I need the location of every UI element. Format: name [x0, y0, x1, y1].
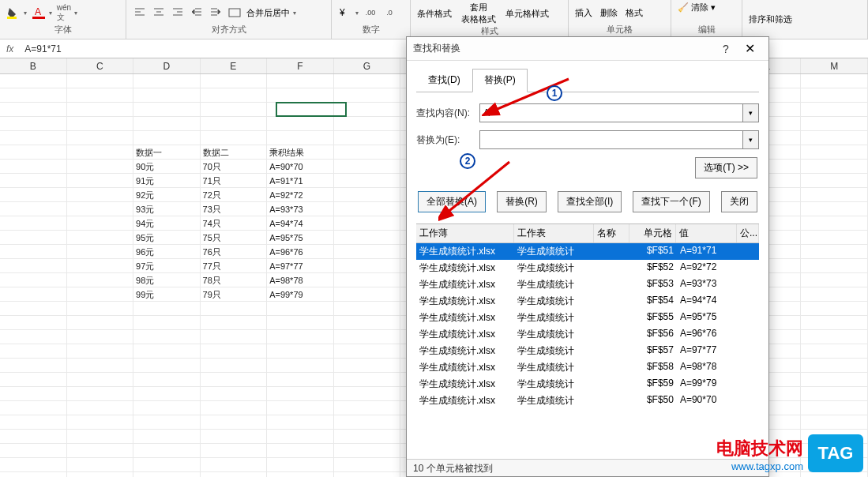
clear-button[interactable]: 🧹 清除 ▾ — [678, 2, 716, 13]
cell[interactable] — [0, 330, 67, 344]
cell[interactable] — [334, 103, 401, 117]
col-name[interactable]: 名称 — [594, 224, 629, 242]
cell[interactable]: 70只 — [201, 160, 268, 174]
cell[interactable] — [0, 259, 67, 273]
cell[interactable]: 94元 — [133, 216, 201, 231]
cell[interactable] — [334, 401, 401, 415]
result-row[interactable]: 学生成绩统计.xlsx学生成绩统计$F$57A=97*77 — [416, 343, 759, 359]
find-dropdown-icon[interactable]: ▾ — [743, 103, 759, 122]
cell[interactable]: A=93*73 — [267, 202, 334, 216]
cell[interactable] — [0, 359, 67, 373]
cell[interactable]: 74只 — [201, 216, 268, 231]
cell[interactable]: 乘积结果 — [267, 145, 334, 160]
cell[interactable] — [0, 472, 67, 477]
cell[interactable] — [201, 359, 268, 373]
cell[interactable]: A=96*76 — [267, 245, 334, 259]
cell[interactable]: A=90*70 — [267, 160, 334, 174]
cell[interactable]: 91元 — [133, 174, 201, 188]
cell[interactable]: 92元 — [133, 188, 201, 202]
indent-left-icon[interactable] — [190, 6, 204, 20]
cell[interactable] — [334, 202, 401, 216]
cell[interactable] — [334, 373, 401, 387]
insert-button[interactable]: 插入 — [575, 7, 592, 19]
cell[interactable] — [801, 387, 868, 401]
cell[interactable] — [267, 415, 334, 430]
cell[interactable] — [133, 430, 201, 444]
cell[interactable] — [801, 273, 868, 287]
cell[interactable] — [0, 273, 67, 287]
cell[interactable] — [201, 430, 268, 444]
cell[interactable]: 75只 — [201, 231, 268, 245]
cell[interactable]: A=91*71 — [267, 174, 334, 188]
currency-icon[interactable]: ¥ — [338, 6, 352, 20]
formula-text[interactable]: A=91*71 — [24, 43, 61, 54]
cell[interactable] — [201, 472, 268, 477]
cell[interactable] — [801, 160, 868, 174]
cell[interactable] — [0, 387, 67, 401]
cell[interactable] — [334, 160, 401, 174]
cell[interactable] — [201, 458, 268, 472]
cell[interactable] — [334, 231, 401, 245]
cell[interactable]: A=92*72 — [267, 188, 334, 202]
cell[interactable] — [201, 401, 268, 415]
cell[interactable] — [133, 302, 201, 316]
cell[interactable] — [0, 316, 67, 330]
cell[interactable] — [67, 287, 134, 302]
fx-icon[interactable]: fx — [6, 43, 13, 54]
cell[interactable] — [201, 344, 268, 359]
tab-replace[interactable]: 替换(P) — [472, 69, 528, 92]
cell[interactable] — [334, 458, 401, 472]
cell[interactable] — [334, 359, 401, 373]
cell[interactable] — [267, 373, 334, 387]
delete-button[interactable]: 删除 — [600, 7, 618, 19]
cell[interactable] — [0, 231, 67, 245]
cell[interactable] — [67, 401, 134, 415]
cell[interactable] — [0, 373, 67, 387]
cell[interactable] — [201, 387, 268, 401]
col-header[interactable]: G — [334, 58, 401, 73]
cell[interactable] — [334, 117, 401, 131]
cell[interactable] — [801, 401, 868, 415]
cell[interactable] — [201, 330, 268, 344]
cell[interactable] — [267, 430, 334, 444]
cell[interactable] — [801, 415, 868, 430]
cell[interactable] — [334, 444, 401, 458]
replace-button[interactable]: 替换(R) — [497, 191, 547, 212]
cell[interactable] — [267, 458, 334, 472]
cell[interactable]: 数据一 — [133, 145, 201, 160]
cell[interactable] — [67, 458, 134, 472]
cell[interactable] — [133, 387, 201, 401]
cell[interactable] — [801, 302, 868, 316]
cell[interactable] — [67, 472, 134, 477]
cell[interactable] — [801, 145, 868, 160]
phonetic-icon[interactable]: wén文 — [57, 6, 71, 20]
format-button[interactable]: 格式 — [626, 7, 643, 19]
cell[interactable] — [67, 88, 134, 103]
cell[interactable] — [201, 373, 268, 387]
font-color-icon[interactable]: A — [32, 6, 46, 20]
cell[interactable] — [801, 202, 868, 216]
align-right-icon[interactable] — [171, 6, 185, 20]
result-row[interactable]: 学生成绩统计.xlsx学生成绩统计$F$51A=91*71 — [416, 243, 759, 260]
col-header[interactable]: E — [201, 58, 268, 73]
merge-icon[interactable] — [227, 6, 242, 20]
cell[interactable] — [133, 415, 201, 430]
cell[interactable] — [0, 430, 67, 444]
cell[interactable] — [67, 273, 134, 287]
cell[interactable] — [67, 145, 134, 160]
cell[interactable]: 97元 — [133, 259, 201, 273]
cell[interactable] — [0, 160, 67, 174]
cond-format-button[interactable]: 条件格式 — [417, 8, 452, 20]
cell[interactable] — [133, 74, 201, 88]
cell[interactable] — [0, 344, 67, 359]
cell[interactable] — [334, 259, 401, 273]
cell[interactable] — [267, 359, 334, 373]
cell[interactable] — [334, 316, 401, 330]
decimal-dec-icon[interactable]: .00 — [363, 6, 378, 20]
cell[interactable] — [334, 330, 401, 344]
cell[interactable]: 72只 — [201, 188, 268, 202]
sort-filter-button[interactable]: 排序和筛选 — [749, 13, 792, 25]
cell[interactable]: 73只 — [201, 202, 268, 216]
col-header[interactable]: F — [267, 58, 334, 73]
cell[interactable] — [0, 302, 67, 316]
